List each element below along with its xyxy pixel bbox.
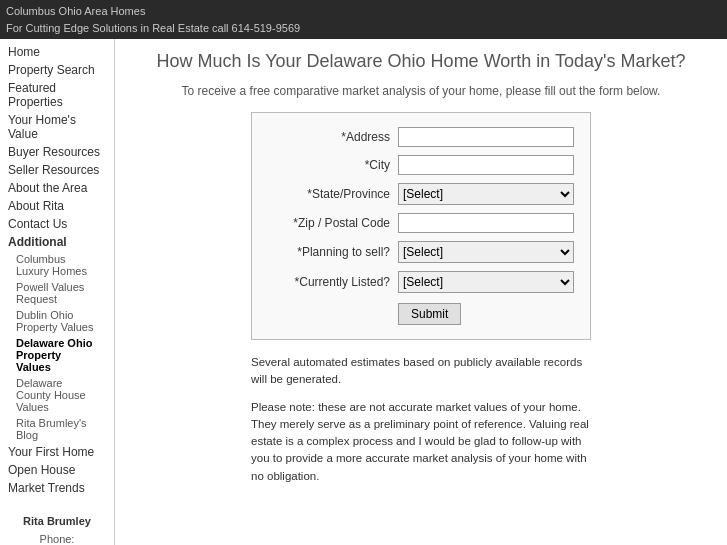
header: Columbus Ohio Area Homes For Cutting Edg…	[0, 0, 727, 39]
sidebar-item-seller[interactable]: Seller Resources	[0, 161, 114, 179]
sidebar-item-additional[interactable]: Additional	[0, 233, 114, 251]
city-row: *City	[268, 155, 574, 175]
info-para2: Please note: these are not accurate mark…	[251, 399, 591, 485]
sidebar-item-buyer[interactable]: Buyer Resources	[0, 143, 114, 161]
sidebar-contact: Rita Brumley Phone: 614-519-9569 Mobile:…	[0, 507, 114, 545]
sidebar-item-about-area[interactable]: About the Area	[0, 179, 114, 197]
page-title: How Much Is Your Delaware Ohio Home Wort…	[135, 49, 707, 74]
state-row: *State/Province [Select]	[268, 183, 574, 205]
info-box: Several automated estimates based on pub…	[251, 354, 591, 485]
sidebar-item-powell[interactable]: Powell Values Request	[0, 279, 114, 307]
sidebar: Home Property Search Featured Properties…	[0, 39, 115, 545]
sidebar-item-market-trends[interactable]: Market Trends	[0, 479, 114, 497]
listed-select[interactable]: [Select]	[398, 271, 574, 293]
sidebar-item-about-rita[interactable]: About Rita	[0, 197, 114, 215]
sidebar-item-rita-blog[interactable]: Rita Brumley's Blog	[0, 415, 114, 443]
main-content: How Much Is Your Delaware Ohio Home Wort…	[115, 39, 727, 545]
planning-row: *Planning to sell? [Select]	[268, 241, 574, 263]
zip-label: *Zip / Postal Code	[268, 216, 398, 230]
planning-label: *Planning to sell?	[268, 245, 398, 259]
sidebar-item-columbus-luxury[interactable]: Columbus Luxury Homes	[0, 251, 114, 279]
header-line2: For Cutting Edge Solutions in Real Estat…	[6, 20, 721, 37]
sidebar-item-dublin[interactable]: Dublin Ohio Property Values	[0, 307, 114, 335]
address-label: *Address	[268, 130, 398, 144]
address-input[interactable]	[398, 127, 574, 147]
state-label: *State/Province	[268, 187, 398, 201]
city-label: *City	[268, 158, 398, 172]
contact-phone-label: Phone:	[8, 531, 106, 545]
zip-input[interactable]	[398, 213, 574, 233]
sidebar-item-featured[interactable]: Featured Properties	[0, 79, 114, 111]
address-row: *Address	[268, 127, 574, 147]
listed-row: *Currently Listed? [Select]	[268, 271, 574, 293]
sidebar-item-home-value[interactable]: Your Home's Value	[0, 111, 114, 143]
info-para1: Several automated estimates based on pub…	[251, 354, 591, 389]
contact-name: Rita Brumley	[8, 513, 106, 531]
planning-select[interactable]: [Select]	[398, 241, 574, 263]
listed-label: *Currently Listed?	[268, 275, 398, 289]
city-input[interactable]	[398, 155, 574, 175]
page-subtitle: To receive a free comparative market ana…	[135, 84, 707, 98]
zip-row: *Zip / Postal Code	[268, 213, 574, 233]
submit-button[interactable]: Submit	[398, 303, 461, 325]
sidebar-item-home[interactable]: Home	[0, 43, 114, 61]
header-line1: Columbus Ohio Area Homes	[6, 3, 721, 20]
sidebar-item-contact[interactable]: Contact Us	[0, 215, 114, 233]
home-value-form: *Address *City *State/Province [Select] …	[251, 112, 591, 340]
sidebar-item-delaware-ohio[interactable]: Delaware Ohio Property Values	[0, 335, 114, 375]
sidebar-item-property-search[interactable]: Property Search	[0, 61, 114, 79]
sidebar-item-delaware-county[interactable]: Delaware County House Values	[0, 375, 114, 415]
state-select[interactable]: [Select]	[398, 183, 574, 205]
sidebar-item-open-house[interactable]: Open House	[0, 461, 114, 479]
sidebar-item-first-home[interactable]: Your First Home	[0, 443, 114, 461]
